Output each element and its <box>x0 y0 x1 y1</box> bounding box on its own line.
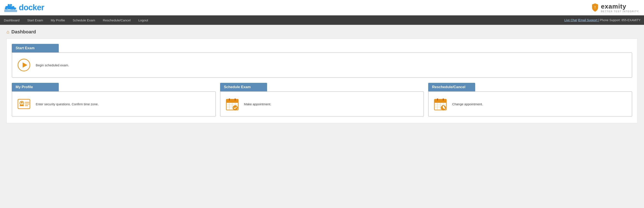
examity-shield-icon: ! <box>591 3 599 13</box>
bottom-card-row: My Profile Ente <box>12 83 632 117</box>
schedule-icon <box>225 97 240 111</box>
docker-brand-text: docker <box>19 3 44 12</box>
my-profile-card: My Profile Ente <box>12 83 216 117</box>
cards-container: Start Exam Begin scheduled exam. My <box>6 39 638 123</box>
schedule-exam-card-body[interactable]: Make appointment. <box>220 91 424 117</box>
reschedule-cancel-card: Reschedule/Cancel <box>428 83 632 117</box>
start-exam-card: Start Exam Begin scheduled exam. <box>12 44 632 78</box>
examity-sub-text: BETTER TEST INTEGRITY. <box>601 10 640 13</box>
schedule-exam-text: Make appointment. <box>244 102 271 106</box>
reschedule-cancel-card-body[interactable]: Change appointment. <box>428 91 632 117</box>
svg-rect-35 <box>437 98 438 101</box>
live-chat-link[interactable]: Live Chat <box>564 19 577 22</box>
header: docker ! examity BETTER TEST INTEGRITY. <box>0 0 644 16</box>
start-exam-card-body[interactable]: Begin scheduled exam. <box>12 52 632 78</box>
examity-logo: ! examity BETTER TEST INTEGRITY. <box>591 3 640 13</box>
svg-rect-25 <box>234 98 236 101</box>
reschedule-icon <box>433 97 448 111</box>
svg-point-12 <box>21 102 23 104</box>
nav-item-schedule-exam[interactable]: Schedule Exam <box>69 16 99 25</box>
breadcrumb: ⌂ Dashboard <box>6 29 638 35</box>
top-card-row: Start Exam Begin scheduled exam. <box>12 44 632 78</box>
docker-whale-icon <box>4 3 17 13</box>
main-nav: Dashboard Start Exam My Profile Schedule… <box>0 16 644 25</box>
examity-text-block: examity BETTER TEST INTEGRITY. <box>601 3 640 13</box>
email-support-link[interactable]: |Email Support | <box>578 19 599 22</box>
docker-logo: docker <box>4 3 44 13</box>
play-icon <box>16 58 32 73</box>
nav-left: Dashboard Start Exam My Profile Schedule… <box>0 16 152 25</box>
reschedule-cancel-card-header: Reschedule/Cancel <box>428 83 475 91</box>
home-icon: ⌂ <box>6 29 9 35</box>
schedule-exam-card: Schedule Exam <box>220 83 424 117</box>
schedule-exam-card-header: Schedule Exam <box>220 83 267 91</box>
nav-item-my-profile[interactable]: My Profile <box>47 16 69 25</box>
reschedule-cancel-text: Change appointment. <box>452 102 483 106</box>
svg-text:!: ! <box>595 6 596 9</box>
nav-item-reschedule-cancel[interactable]: Reschedule/Cancel <box>99 16 134 25</box>
nav-item-start-exam[interactable]: Start Exam <box>23 16 47 25</box>
profile-icon <box>16 97 32 111</box>
nav-support: Live Chat |Email Support | Phone Support… <box>564 19 644 22</box>
svg-rect-17 <box>226 99 238 103</box>
start-exam-text: Begin scheduled exam. <box>36 63 69 67</box>
examity-brand-text: examity <box>601 3 640 10</box>
svg-rect-28 <box>434 99 446 103</box>
my-profile-text: Enter security questions. Confirm time z… <box>36 102 98 106</box>
my-profile-card-header: My Profile <box>12 83 59 91</box>
svg-rect-36 <box>443 98 444 101</box>
my-profile-card-body[interactable]: Enter security questions. Confirm time z… <box>12 91 216 117</box>
nav-item-logout[interactable]: Logout <box>134 16 152 25</box>
page-title: Dashboard <box>11 29 36 35</box>
phone-support-text: Phone Support: 855-EXAMITY <box>600 19 640 22</box>
nav-item-dashboard[interactable]: Dashboard <box>0 16 23 25</box>
svg-rect-24 <box>229 98 230 101</box>
dashboard-area: ⌂ Dashboard Start Exam Begin scheduled e… <box>0 25 644 208</box>
svg-point-6 <box>7 8 8 9</box>
start-exam-card-header: Start Exam <box>12 44 59 52</box>
